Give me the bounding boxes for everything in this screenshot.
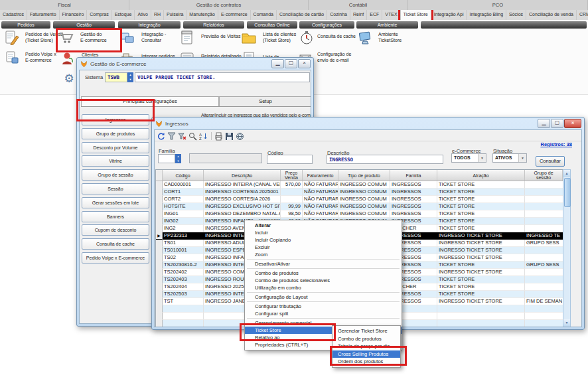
close-button[interactable]: × xyxy=(564,119,581,128)
familia-code-input[interactable] xyxy=(158,154,175,163)
context-menu-item-incluir[interactable]: Incluir xyxy=(245,229,402,236)
sistema-spinner[interactable]: ▲▼ xyxy=(127,72,133,82)
menubar-item-concilia-o-de-cart-o[interactable]: Conciliação de cartão xyxy=(277,10,327,20)
menubar-item-compras[interactable]: Compras xyxy=(87,10,111,20)
menubar-item-pulseira[interactable]: Pulseira xyxy=(164,10,186,20)
menubar-item-integra-o-bling[interactable]: Integração Bling xyxy=(467,10,506,20)
sort-az-icon[interactable]: AZ xyxy=(198,131,208,140)
sidebar-button-consulta-de-cache[interactable]: Consulta de cache xyxy=(82,238,149,250)
scrollbar-thumb[interactable] xyxy=(564,178,571,207)
grid-header-cell[interactable]: Atração xyxy=(437,170,525,181)
scroll-up-icon[interactable]: ▲ xyxy=(563,170,570,177)
grid-header-cell[interactable]: Faturamento xyxy=(303,170,338,181)
familia-spinner[interactable]: ▲▼ xyxy=(175,154,181,163)
context-menu-item-configurar-tributa-o[interactable]: Configurar tributação xyxy=(245,303,402,310)
context-menu-item-combo-de-produtos-selecion-veis[interactable]: Combo de produtos selecionáveis xyxy=(245,277,402,284)
ribbon-item-lista-clientes[interactable]: Lista de clientes (Ticket Store) xyxy=(241,30,257,46)
ecommerce-select[interactable]: TODOS▼ xyxy=(451,153,486,163)
sidebar-button-pedido-volpe-x-e-commerce[interactable]: Pedido Volpe x E-commerce xyxy=(82,252,149,264)
table-row[interactable]: CAD000001INGRESSO INTEIRA (CANAL VENDA H… xyxy=(156,181,563,189)
ribbon-item-integracao-consultar[interactable]: Integração - Consultar xyxy=(119,30,135,46)
filter-icon[interactable] xyxy=(167,131,176,140)
submenu-item-cross-selling-produtos[interactable]: Cross Selling Produtos xyxy=(332,350,400,358)
minimize-button[interactable]: ▁ xyxy=(271,59,284,68)
context-menu-item-configurar-split[interactable]: Configurar split xyxy=(245,310,402,317)
ribbon-item-consulta-cache[interactable]: Consulta de cache xyxy=(299,30,315,46)
menubar-item-cadastros[interactable]: Cadastros xyxy=(0,10,27,20)
sidebar-button-sess-o[interactable]: Sessão xyxy=(82,183,149,194)
menubar-item-ecf[interactable]: ECF xyxy=(367,10,382,20)
context-menu-item-excluir[interactable]: Excluir xyxy=(245,244,402,251)
sidebar-button-gerar-sess-es-em-lote[interactable]: Gerar sessões em lote xyxy=(82,197,149,208)
situacao-select[interactable]: ATIVOS▼ xyxy=(492,153,527,163)
grid-header-cell[interactable]: Preço Venda xyxy=(281,170,303,181)
close-button[interactable]: × xyxy=(298,59,311,68)
ribbon-item-ambiente-ticketstore[interactable]: Ambiente TicketStore xyxy=(357,30,373,46)
sidebar-button-ingressos[interactable]: Ingressos xyxy=(82,114,149,125)
context-menu-item-combo-de-produtos[interactable]: Combo de produtos xyxy=(245,269,402,277)
web-icon[interactable] xyxy=(235,131,244,140)
window-titlebar[interactable]: Gestão do E-commerce ▁ ▢ × xyxy=(77,58,313,69)
menubar-item-concilia-o-de-venda[interactable]: Conciliação de venda xyxy=(526,10,577,20)
context-menu-item-alterar[interactable]: Alterar xyxy=(245,222,402,229)
ribbon-item-gestao-ecommerce[interactable]: Gestão do E-commerce xyxy=(58,30,74,46)
scroll-down-icon[interactable]: ▼ xyxy=(563,319,570,327)
records-count-link[interactable]: Registros: 38 xyxy=(540,141,572,147)
tab-setup[interactable]: Setup xyxy=(219,96,311,106)
menubar-item-ativo[interactable]: Ativo xyxy=(135,10,151,20)
maximize-button[interactable]: ▢ xyxy=(551,119,563,128)
sidebar-button-grupo-de-sess-o[interactable]: Grupo de sessão xyxy=(82,169,149,181)
sidebar-button-desconto-por-volume[interactable]: Desconto por Volume xyxy=(82,142,149,153)
menubar-item-reinf[interactable]: Reinf xyxy=(350,10,367,20)
print-icon[interactable] xyxy=(214,131,223,140)
menubar-item-ticket-store[interactable]: Ticket Store xyxy=(401,10,431,20)
sistema-code-field[interactable]: TSWB xyxy=(105,72,127,82)
refresh-icon[interactable] xyxy=(156,131,165,140)
sidebar-button-vitrine[interactable]: Vitrine xyxy=(82,155,149,167)
vertical-scrollbar[interactable]: ▲ ▼ xyxy=(563,169,571,327)
search-icon[interactable] xyxy=(188,131,197,140)
sidebar-button-cupom-de-desconto[interactable]: Cupom de desconto xyxy=(82,224,149,236)
menubar-item-estoque[interactable]: Estoque xyxy=(112,10,135,20)
context-menu-item-zoom[interactable]: Zoom xyxy=(245,251,402,258)
minimize-button[interactable]: ▁ xyxy=(538,119,550,128)
consultar-button[interactable]: Consultar xyxy=(536,156,565,167)
menubar-item-comanda[interactable]: Comanda xyxy=(251,10,277,20)
menubar-item-faturamento[interactable]: Faturamento xyxy=(27,10,60,20)
ribbon-item-previsao-visitas[interactable]: Previsão de Visitas xyxy=(179,30,195,46)
context-menu-item-desativar-ativar[interactable]: Desativar/Ativar xyxy=(245,260,402,268)
window-titlebar[interactable]: Ingressos ▁ ▢ × xyxy=(152,117,584,129)
submenu-item-tabela-de-pre-o-por-dia[interactable]: Tabela de preço por dia xyxy=(332,343,400,350)
sidebar-button-grupo-de-produtos[interactable]: Grupo de produtos xyxy=(82,128,149,139)
grid-header-cell[interactable]: Código xyxy=(163,170,204,181)
menubar-item-s-cios[interactable]: Sócios xyxy=(506,10,526,20)
menubar-item-vtex[interactable]: VTEX xyxy=(382,10,400,20)
submenu-item-combo-de-produtos[interactable]: Combo de produtos xyxy=(332,335,400,343)
menubar-item-financeiro[interactable]: Financeiro xyxy=(60,10,88,20)
clear-filter-icon[interactable] xyxy=(177,131,186,140)
sistema-name-field[interactable]: VOLPE PARQUE TICKET STORE. xyxy=(135,72,310,82)
ribbon-item-pedidos-de-venda[interactable]: Pedidos de Venda (Ticket Store) xyxy=(4,30,20,46)
menubar-item-e-commerce[interactable]: E-commerce xyxy=(218,10,251,20)
menubar-item-manuten-o[interactable]: Manutenção xyxy=(186,10,218,20)
maximize-button[interactable]: ▢ xyxy=(285,59,297,68)
descricao-input[interactable]: INGRESSO xyxy=(327,155,443,164)
menubar-item-integra-o-api[interactable]: Integração Api xyxy=(431,10,467,20)
table-row[interactable]: CORT2INGRESSO CORTESIA 2026NÃO FATURARIN… xyxy=(156,196,563,203)
ribbon-item-hidden[interactable]: ⚙ xyxy=(61,70,77,86)
grid-header-cell[interactable]: Grupo de sessão xyxy=(525,170,563,181)
context-menu-item-utiliza-o-em-combo[interactable]: Utilização em combo xyxy=(245,284,402,291)
menubar-item-cozinha[interactable]: Cozinha xyxy=(327,10,350,20)
grid-header-cell[interactable]: Família xyxy=(390,170,437,181)
table-row[interactable]: HOTSITEINGRESSO EXCLUSIVO HOT SITE99,99N… xyxy=(156,203,563,210)
submenu-item-ordem-dos-produtos[interactable]: Ordem dos produtos xyxy=(332,358,400,366)
table-row[interactable]: CORT1INGRESSO CORTESIA 2025001NÃO FATURA… xyxy=(156,189,563,196)
context-menu-item-incluir-copiando[interactable]: Incluir Copiando xyxy=(245,236,402,244)
ribbon-item-clientes[interactable]: Clientes xyxy=(60,50,76,66)
codigo-input[interactable] xyxy=(267,155,313,164)
grid-header-cell[interactable]: Descrição xyxy=(204,170,281,181)
menubar-item-crm[interactable]: CRM xyxy=(577,10,588,20)
save-icon[interactable] xyxy=(224,131,234,140)
sidebar-button-banners[interactable]: Banners xyxy=(82,211,149,222)
tab-principais-configuracoes[interactable]: Principais configurações xyxy=(81,96,219,106)
